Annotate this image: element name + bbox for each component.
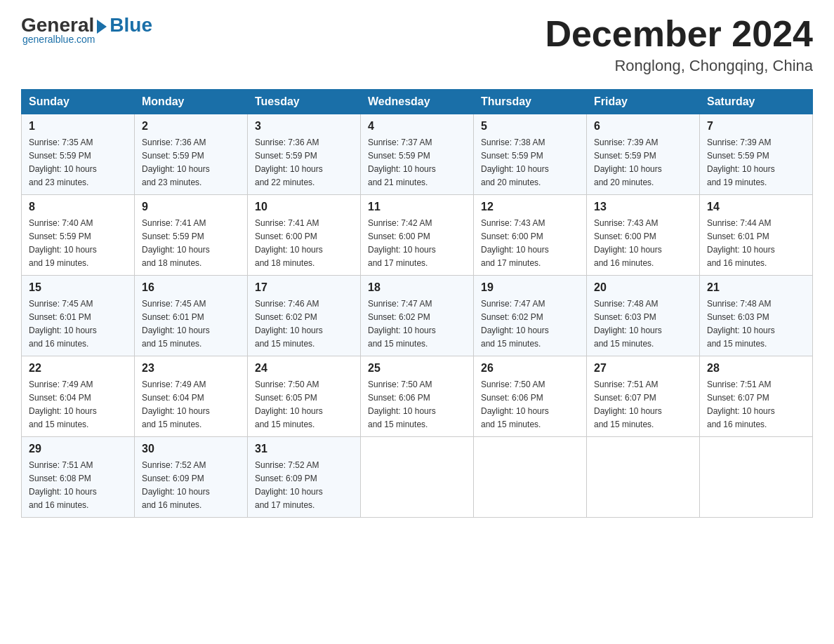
calendar-cell: 2Sunrise: 7:36 AMSunset: 5:59 PMDaylight… bbox=[135, 114, 248, 195]
day-info: Sunrise: 7:50 AMSunset: 6:05 PMDaylight:… bbox=[255, 380, 323, 429]
calendar-cell: 31Sunrise: 7:52 AMSunset: 6:09 PMDayligh… bbox=[248, 437, 361, 518]
header-sunday: Sunday bbox=[22, 90, 135, 114]
calendar-cell: 23Sunrise: 7:49 AMSunset: 6:04 PMDayligh… bbox=[135, 356, 248, 437]
calendar-cell: 13Sunrise: 7:43 AMSunset: 6:00 PMDayligh… bbox=[587, 195, 700, 276]
day-info: Sunrise: 7:51 AMSunset: 6:07 PMDaylight:… bbox=[594, 380, 662, 429]
logo-blue-text: Blue bbox=[110, 14, 152, 36]
page-header: General Blue generalblue.com December 20… bbox=[21, 14, 813, 75]
calendar-cell: 22Sunrise: 7:49 AMSunset: 6:04 PMDayligh… bbox=[22, 356, 135, 437]
day-number: 9 bbox=[142, 201, 240, 213]
calendar-cell: 26Sunrise: 7:50 AMSunset: 6:06 PMDayligh… bbox=[474, 356, 587, 437]
day-number: 13 bbox=[594, 201, 692, 213]
calendar-cell: 17Sunrise: 7:46 AMSunset: 6:02 PMDayligh… bbox=[248, 276, 361, 356]
day-info: Sunrise: 7:52 AMSunset: 6:09 PMDaylight:… bbox=[142, 460, 210, 510]
day-number: 31 bbox=[255, 443, 353, 455]
calendar-cell: 4Sunrise: 7:37 AMSunset: 5:59 PMDaylight… bbox=[361, 114, 474, 195]
calendar-cell: 30Sunrise: 7:52 AMSunset: 6:09 PMDayligh… bbox=[135, 437, 248, 518]
day-number: 29 bbox=[29, 443, 127, 455]
day-info: Sunrise: 7:52 AMSunset: 6:09 PMDaylight:… bbox=[255, 460, 323, 510]
calendar-cell bbox=[474, 437, 587, 518]
week-row-4: 22Sunrise: 7:49 AMSunset: 6:04 PMDayligh… bbox=[22, 356, 813, 437]
calendar-cell: 11Sunrise: 7:42 AMSunset: 6:00 PMDayligh… bbox=[361, 195, 474, 276]
calendar-cell: 24Sunrise: 7:50 AMSunset: 6:05 PMDayligh… bbox=[248, 356, 361, 437]
day-number: 16 bbox=[142, 281, 240, 294]
day-number: 11 bbox=[368, 201, 466, 213]
calendar-cell: 16Sunrise: 7:45 AMSunset: 6:01 PMDayligh… bbox=[135, 276, 248, 356]
day-info: Sunrise: 7:51 AMSunset: 6:08 PMDaylight:… bbox=[29, 460, 97, 510]
logo: General Blue generalblue.com bbox=[21, 14, 152, 45]
calendar-cell: 20Sunrise: 7:48 AMSunset: 6:03 PMDayligh… bbox=[587, 276, 700, 356]
logo-arrow-icon bbox=[97, 20, 107, 34]
day-info: Sunrise: 7:49 AMSunset: 6:04 PMDaylight:… bbox=[142, 380, 210, 429]
day-info: Sunrise: 7:35 AMSunset: 5:59 PMDaylight:… bbox=[29, 137, 97, 187]
day-info: Sunrise: 7:43 AMSunset: 6:00 PMDaylight:… bbox=[594, 218, 662, 268]
day-number: 22 bbox=[29, 362, 127, 375]
day-number: 25 bbox=[368, 362, 466, 375]
day-info: Sunrise: 7:40 AMSunset: 5:59 PMDaylight:… bbox=[29, 218, 97, 268]
calendar-cell: 5Sunrise: 7:38 AMSunset: 5:59 PMDaylight… bbox=[474, 114, 587, 195]
header-monday: Monday bbox=[135, 90, 248, 114]
day-info: Sunrise: 7:50 AMSunset: 6:06 PMDaylight:… bbox=[368, 380, 436, 429]
day-info: Sunrise: 7:47 AMSunset: 6:02 PMDaylight:… bbox=[368, 299, 436, 349]
day-number: 27 bbox=[594, 362, 692, 375]
day-number: 21 bbox=[707, 281, 805, 294]
day-number: 2 bbox=[142, 120, 240, 133]
day-info: Sunrise: 7:44 AMSunset: 6:01 PMDaylight:… bbox=[707, 218, 775, 268]
calendar-cell: 29Sunrise: 7:51 AMSunset: 6:08 PMDayligh… bbox=[22, 437, 135, 518]
day-info: Sunrise: 7:43 AMSunset: 6:00 PMDaylight:… bbox=[481, 218, 549, 268]
calendar-cell: 6Sunrise: 7:39 AMSunset: 5:59 PMDaylight… bbox=[587, 114, 700, 195]
title-section: December 2024 Ronglong, Chongqing, China bbox=[545, 14, 813, 75]
calendar-cell: 18Sunrise: 7:47 AMSunset: 6:02 PMDayligh… bbox=[361, 276, 474, 356]
day-number: 23 bbox=[142, 362, 240, 375]
week-row-1: 1Sunrise: 7:35 AMSunset: 5:59 PMDaylight… bbox=[22, 114, 813, 195]
day-info: Sunrise: 7:38 AMSunset: 5:59 PMDaylight:… bbox=[481, 137, 549, 187]
header-tuesday: Tuesday bbox=[248, 90, 361, 114]
calendar-cell: 1Sunrise: 7:35 AMSunset: 5:59 PMDaylight… bbox=[22, 114, 135, 195]
weekday-header-row: Sunday Monday Tuesday Wednesday Thursday… bbox=[22, 90, 813, 114]
day-number: 5 bbox=[481, 120, 579, 133]
calendar-cell: 9Sunrise: 7:41 AMSunset: 5:59 PMDaylight… bbox=[135, 195, 248, 276]
calendar-cell: 27Sunrise: 7:51 AMSunset: 6:07 PMDayligh… bbox=[587, 356, 700, 437]
day-number: 24 bbox=[255, 362, 353, 375]
day-info: Sunrise: 7:48 AMSunset: 6:03 PMDaylight:… bbox=[594, 299, 662, 349]
day-info: Sunrise: 7:49 AMSunset: 6:04 PMDaylight:… bbox=[29, 380, 97, 429]
header-wednesday: Wednesday bbox=[361, 90, 474, 114]
day-number: 30 bbox=[142, 443, 240, 455]
day-number: 1 bbox=[29, 120, 127, 133]
day-number: 28 bbox=[707, 362, 805, 375]
calendar-cell: 8Sunrise: 7:40 AMSunset: 5:59 PMDaylight… bbox=[22, 195, 135, 276]
day-info: Sunrise: 7:36 AMSunset: 5:59 PMDaylight:… bbox=[142, 137, 210, 187]
calendar-cell: 14Sunrise: 7:44 AMSunset: 6:01 PMDayligh… bbox=[700, 195, 813, 276]
day-info: Sunrise: 7:41 AMSunset: 5:59 PMDaylight:… bbox=[142, 218, 210, 268]
calendar-cell: 10Sunrise: 7:41 AMSunset: 6:00 PMDayligh… bbox=[248, 195, 361, 276]
day-info: Sunrise: 7:39 AMSunset: 5:59 PMDaylight:… bbox=[594, 137, 662, 187]
day-number: 7 bbox=[707, 120, 805, 133]
week-row-2: 8Sunrise: 7:40 AMSunset: 5:59 PMDaylight… bbox=[22, 195, 813, 276]
day-info: Sunrise: 7:47 AMSunset: 6:02 PMDaylight:… bbox=[481, 299, 549, 349]
day-info: Sunrise: 7:41 AMSunset: 6:00 PMDaylight:… bbox=[255, 218, 323, 268]
day-number: 6 bbox=[594, 120, 692, 133]
day-number: 3 bbox=[255, 120, 353, 133]
calendar-title: December 2024 bbox=[545, 14, 813, 54]
day-number: 12 bbox=[481, 201, 579, 213]
calendar-cell bbox=[587, 437, 700, 518]
day-info: Sunrise: 7:39 AMSunset: 5:59 PMDaylight:… bbox=[707, 137, 775, 187]
day-info: Sunrise: 7:37 AMSunset: 5:59 PMDaylight:… bbox=[368, 137, 436, 187]
calendar-cell: 12Sunrise: 7:43 AMSunset: 6:00 PMDayligh… bbox=[474, 195, 587, 276]
day-number: 4 bbox=[368, 120, 466, 133]
day-info: Sunrise: 7:36 AMSunset: 5:59 PMDaylight:… bbox=[255, 137, 323, 187]
day-number: 8 bbox=[29, 201, 127, 213]
header-friday: Friday bbox=[587, 90, 700, 114]
calendar-cell: 15Sunrise: 7:45 AMSunset: 6:01 PMDayligh… bbox=[22, 276, 135, 356]
calendar-cell: 25Sunrise: 7:50 AMSunset: 6:06 PMDayligh… bbox=[361, 356, 474, 437]
day-info: Sunrise: 7:46 AMSunset: 6:02 PMDaylight:… bbox=[255, 299, 323, 349]
week-row-3: 15Sunrise: 7:45 AMSunset: 6:01 PMDayligh… bbox=[22, 276, 813, 356]
calendar-cell: 7Sunrise: 7:39 AMSunset: 5:59 PMDaylight… bbox=[700, 114, 813, 195]
calendar-cell: 19Sunrise: 7:47 AMSunset: 6:02 PMDayligh… bbox=[474, 276, 587, 356]
day-number: 18 bbox=[368, 281, 466, 294]
day-number: 20 bbox=[594, 281, 692, 294]
calendar-cell: 28Sunrise: 7:51 AMSunset: 6:07 PMDayligh… bbox=[700, 356, 813, 437]
week-row-5: 29Sunrise: 7:51 AMSunset: 6:08 PMDayligh… bbox=[22, 437, 813, 518]
calendar-cell bbox=[361, 437, 474, 518]
day-info: Sunrise: 7:48 AMSunset: 6:03 PMDaylight:… bbox=[707, 299, 775, 349]
